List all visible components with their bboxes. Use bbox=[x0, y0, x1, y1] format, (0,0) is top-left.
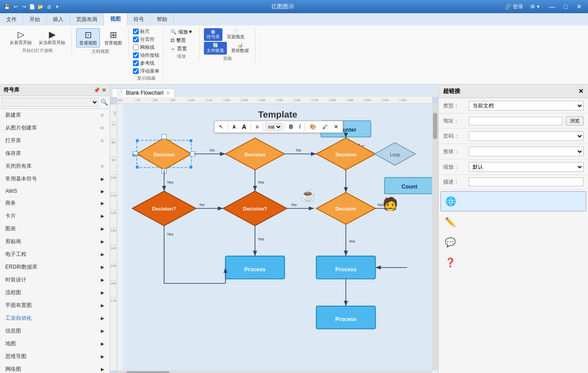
cat-industrial[interactable]: 工业自动化 ▶ bbox=[0, 312, 110, 325]
login-btn[interactable]: 🔗 登录 bbox=[505, 3, 523, 11]
symbol-search-icon[interactable]: 🔍 bbox=[100, 99, 108, 106]
menu-new-lib[interactable]: 新建库 ✕ bbox=[0, 109, 110, 122]
menu-create-from-img[interactable]: 从图片创建库 ✕ bbox=[0, 122, 110, 134]
cb-action[interactable]: 动作按钮 bbox=[133, 52, 159, 59]
superlink-icon-chat[interactable]: 💬 bbox=[440, 233, 586, 252]
ft-color[interactable]: 🎨 bbox=[307, 122, 319, 131]
cb-page-break[interactable]: 分页符 bbox=[133, 36, 159, 43]
close-btn[interactable]: ✕ bbox=[574, 2, 584, 11]
cat-floorplan[interactable]: 平面布置图 ▶ bbox=[0, 299, 110, 312]
ft-italic[interactable]: I bbox=[296, 122, 303, 131]
h-scrollbar[interactable] bbox=[117, 370, 432, 373]
ft-close[interactable]: ✕ bbox=[331, 122, 341, 131]
btn-file-restore[interactable]: 🔄 文件恢复 bbox=[204, 42, 227, 55]
cb-float-menu[interactable]: 浮动菜单 bbox=[133, 68, 159, 74]
cat-network[interactable]: 网络图 ▶ bbox=[0, 363, 110, 373]
close-all-close[interactable]: ✕ bbox=[100, 163, 104, 170]
superlink-icon-help[interactable]: ❓ bbox=[440, 253, 586, 272]
ft-font-size-down[interactable]: A bbox=[230, 123, 238, 131]
canvas-wrapper[interactable]: 60 70 80 90 100 110 120 130 140 150 160 … bbox=[110, 97, 438, 373]
ft-font-size-up[interactable]: A bbox=[239, 122, 249, 132]
cat-card[interactable]: 卡片 ▶ bbox=[0, 210, 110, 222]
cat-mindmap[interactable]: 思维导图 ▶ bbox=[0, 350, 110, 363]
tab-help[interactable]: 帮助 bbox=[151, 13, 174, 26]
shape-select[interactable] bbox=[469, 147, 584, 156]
v-scroll-thumb[interactable] bbox=[433, 113, 437, 139]
ft-fill[interactable]: 🖊 bbox=[320, 122, 330, 131]
flowchart-canvas[interactable]: ↖ A A ≡ rial B I 🎨 🖊 ✕ bbox=[117, 104, 438, 373]
symbol-menu-groups: 新建库 ✕ 从图片创建库 ✕ 打开库 ✕ 保存库 关闭所有库 ✕ bbox=[0, 109, 110, 173]
tab-symbol[interactable]: 符号 bbox=[127, 13, 151, 26]
cat-infographic[interactable]: 信息图 ▶ bbox=[0, 325, 110, 337]
cat-erd[interactable]: ERD和数据库 ▶ bbox=[0, 261, 110, 273]
qa-print[interactable]: 🖨 bbox=[45, 3, 52, 10]
btn-normal-view[interactable]: ⊡ 普通视图 bbox=[76, 28, 100, 48]
zoom-select[interactable]: 默认 bbox=[469, 162, 584, 172]
superlink-icon-globe[interactable]: 🌐 bbox=[440, 191, 586, 211]
ft-font-select[interactable]: rial bbox=[265, 123, 282, 131]
svg-text:☕: ☕ bbox=[300, 188, 317, 203]
tab-insert[interactable]: 插入 bbox=[47, 13, 70, 26]
cat-electronics[interactable]: 电子工程 ▶ bbox=[0, 248, 110, 261]
menu-open-lib[interactable]: 打开库 ✕ bbox=[0, 134, 110, 147]
ribbon-group-docview: ⊡ 普通视图 ⊞ 背景视图 文档视图 bbox=[73, 27, 129, 55]
tab-start[interactable]: 开始 bbox=[23, 13, 47, 26]
cb-grid[interactable]: 网格线 bbox=[133, 44, 159, 51]
open-lib-close[interactable]: ✕ bbox=[100, 138, 104, 144]
btn-zoom[interactable]: 🔍 缩放▼ bbox=[168, 28, 196, 36]
canvas-tab-blank-flowchart[interactable]: 📄 Blank Flowchart ✕ bbox=[112, 89, 175, 97]
cat-business[interactable]: 商务 ▶ bbox=[0, 197, 110, 210]
v-scrollbar[interactable] bbox=[432, 104, 438, 370]
page-select[interactable] bbox=[469, 131, 584, 141]
address-input[interactable] bbox=[469, 117, 562, 126]
settings-btn[interactable]: ⚙ ▾ bbox=[530, 4, 539, 10]
qa-more[interactable]: ▾ bbox=[54, 3, 61, 10]
symbol-panel-select[interactable] bbox=[2, 98, 99, 107]
btn-fit-page[interactable]: ⊡ 整页 bbox=[168, 37, 196, 44]
symbol-panel-pin[interactable]: 📌 bbox=[93, 87, 100, 93]
new-lib-close[interactable]: ✕ bbox=[100, 112, 104, 118]
qa-undo[interactable]: ↩ bbox=[12, 3, 19, 10]
ft-align[interactable]: ≡ bbox=[253, 122, 261, 131]
tab-file[interactable]: 文件 bbox=[0, 13, 23, 26]
superlink-icon-pen[interactable]: ✏️ bbox=[440, 212, 586, 232]
btn-shape-data[interactable]: 📊 形状数据 bbox=[229, 42, 251, 55]
qa-save[interactable]: 💾 bbox=[4, 3, 11, 10]
flowchart-svg: Template 🎂 ☕ 🚲 🧑 Decision bbox=[117, 104, 438, 373]
menu-save-lib[interactable]: 保存库 bbox=[0, 147, 110, 160]
qa-open[interactable]: 📂 bbox=[37, 3, 44, 10]
type-select[interactable]: 当前文档 bbox=[469, 101, 584, 111]
btn-symbol-lib[interactable]: ▦ 符号库 bbox=[204, 28, 222, 41]
maximize-btn[interactable]: □ bbox=[562, 2, 570, 11]
cat-fashion[interactable]: 时装设计 ▶ bbox=[0, 273, 110, 286]
cat-flowchart[interactable]: 流程图 ▶ bbox=[0, 286, 110, 299]
cb-guide[interactable]: 参考线 bbox=[133, 60, 159, 66]
cat-aws[interactable]: AWS ▶ bbox=[0, 185, 110, 197]
h-scroll-thumb[interactable] bbox=[126, 371, 170, 373]
desc-input[interactable] bbox=[469, 177, 584, 186]
menu-close-all[interactable]: 关闭所有库 ✕ bbox=[0, 160, 110, 173]
cb-ruler[interactable]: 标尺 bbox=[133, 28, 159, 35]
btn-from-current[interactable]: ▶ 从当前页开始 bbox=[36, 28, 68, 47]
ft-pointer[interactable]: ↖ bbox=[216, 122, 226, 131]
cat-chart[interactable]: 图表 ▶ bbox=[0, 222, 110, 235]
create-img-close[interactable]: ✕ bbox=[100, 125, 104, 131]
svg-text:Yes: Yes bbox=[348, 239, 355, 244]
btn-bg-view[interactable]: ⊞ 背景视图 bbox=[102, 29, 125, 47]
canvas-tab-close[interactable]: ✕ bbox=[166, 90, 170, 96]
cat-basic[interactable]: 常用基本符号 ▶ bbox=[0, 173, 110, 185]
cat-clipart[interactable]: 剪贴画 ▶ bbox=[0, 235, 110, 248]
qa-redo[interactable]: ↪ bbox=[20, 3, 27, 10]
ft-bold[interactable]: B bbox=[286, 122, 296, 131]
cat-map[interactable]: 地图 ▶ bbox=[0, 337, 110, 350]
btn-from-first[interactable]: ▷ 从首页开始 bbox=[7, 28, 34, 47]
btn-page-width[interactable]: ↔ 页宽 bbox=[168, 45, 196, 52]
symbol-panel-close[interactable]: ✕ bbox=[102, 87, 106, 93]
superlink-close[interactable]: ✕ bbox=[578, 88, 584, 95]
browse-btn[interactable]: 浏览 bbox=[566, 116, 584, 126]
tab-layout[interactable]: 页面布局 bbox=[70, 13, 104, 26]
tab-view[interactable]: 视图 bbox=[104, 13, 127, 26]
minimize-btn[interactable]: — bbox=[547, 2, 558, 11]
btn-page-preview[interactable]: 📄 页面预览 bbox=[224, 28, 247, 41]
qa-new[interactable]: 📄 bbox=[29, 3, 36, 10]
